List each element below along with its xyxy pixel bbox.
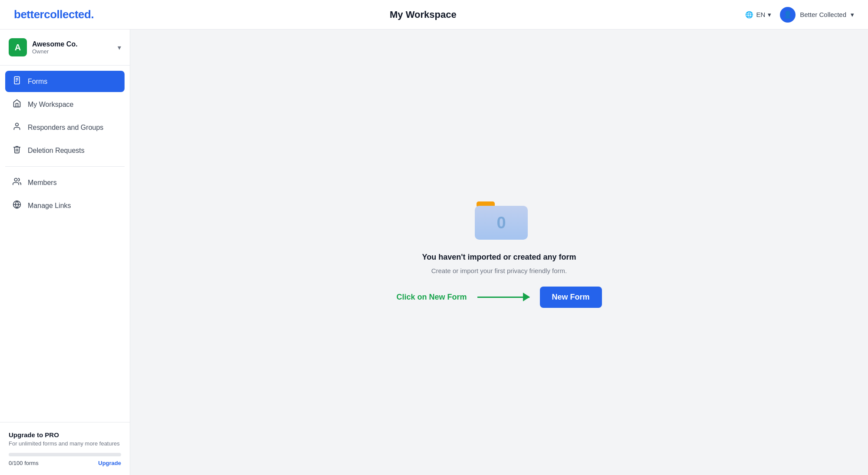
new-form-button[interactable]: New Form (540, 287, 602, 308)
progress-bar (9, 453, 121, 456)
page-title: My Workspace (390, 9, 457, 20)
folder-icon: 0 (473, 197, 529, 243)
svg-point-4 (16, 123, 19, 126)
sidebar-item-my-workspace[interactable]: My Workspace (5, 94, 125, 115)
sidebar-item-deletion-requests[interactable]: Deletion Requests (5, 140, 125, 161)
workspace-role: Owner (32, 48, 112, 55)
sidebar: A Awesome Co. Owner ▾ Forms My Workspace (0, 30, 130, 475)
lang-label: EN (756, 11, 765, 18)
trash-icon (12, 145, 22, 156)
folder-illustration: 0 (473, 197, 525, 241)
nav-divider (5, 166, 125, 167)
logo: bettercollected. (14, 8, 94, 21)
svg-point-5 (14, 178, 17, 181)
group-icon (12, 177, 22, 188)
header-right: 🌐 EN ▾ 👤 Better Collected ▾ (745, 7, 854, 23)
workspace-switcher[interactable]: A Awesome Co. Owner ▾ (0, 30, 130, 66)
sidebar-item-label: Responders and Groups (28, 124, 103, 132)
upgrade-desc: For unlimited forms and many more featur… (9, 440, 121, 447)
progress-text: 0/100 forms (9, 460, 39, 466)
sidebar-item-forms[interactable]: Forms (5, 71, 125, 92)
sidebar-item-label: Deletion Requests (28, 147, 85, 155)
forms-icon (12, 76, 22, 87)
sidebar-footer: Upgrade to PRO For unlimited forms and m… (0, 422, 130, 475)
sidebar-nav: Forms My Workspace Responders and Groups… (0, 66, 130, 422)
upgrade-box: Upgrade to PRO For unlimited forms and m… (9, 431, 121, 466)
cta-row: Click on New Form New Form (396, 287, 602, 308)
sidebar-item-label: Forms (28, 78, 47, 86)
chevron-down-icon: ▾ (851, 11, 854, 19)
user-name: Better Collected (800, 11, 846, 18)
main-content: 0 You haven't imported or created any fo… (130, 30, 868, 475)
svg-text:0: 0 (496, 214, 506, 232)
empty-state-description: Create or import your first privacy frie… (431, 267, 567, 274)
arrow-indicator (477, 297, 529, 298)
sidebar-item-label: Members (28, 179, 57, 187)
globe-icon: 🌐 (745, 11, 753, 19)
language-selector[interactable]: 🌐 EN ▾ (745, 11, 771, 19)
empty-state: 0 You haven't imported or created any fo… (396, 197, 602, 308)
chevron-down-icon: ▾ (768, 11, 771, 19)
click-on-new-form-label: Click on New Form (396, 293, 467, 302)
arrow-line (477, 297, 529, 298)
app-body: A Awesome Co. Owner ▾ Forms My Workspace (0, 30, 868, 475)
sidebar-item-members[interactable]: Members (5, 172, 125, 193)
header-left: bettercollected. (14, 8, 94, 21)
progress-footer: 0/100 forms Upgrade (9, 460, 121, 466)
workspace-avatar: A (9, 38, 27, 56)
home-icon (12, 99, 22, 110)
avatar-icon: 👤 (783, 10, 792, 19)
sidebar-item-responders-groups[interactable]: Responders and Groups (5, 117, 125, 138)
globe-icon (12, 200, 22, 211)
empty-state-title: You haven't imported or created any form (422, 253, 576, 262)
sidebar-item-label: My Workspace (28, 101, 74, 109)
workspace-name: Awesome Co. (32, 40, 112, 48)
sidebar-item-manage-links[interactable]: Manage Links (5, 195, 125, 216)
sidebar-item-label: Manage Links (28, 202, 71, 210)
user-menu[interactable]: 👤 Better Collected ▾ (780, 7, 854, 23)
upgrade-link[interactable]: Upgrade (98, 460, 121, 466)
header: bettercollected. My Workspace 🌐 EN ▾ 👤 B… (0, 0, 868, 30)
person-icon (12, 122, 22, 133)
chevron-down-icon: ▾ (118, 43, 121, 52)
avatar: 👤 (780, 7, 796, 23)
workspace-info: Awesome Co. Owner (32, 40, 112, 55)
upgrade-title: Upgrade to PRO (9, 431, 121, 439)
